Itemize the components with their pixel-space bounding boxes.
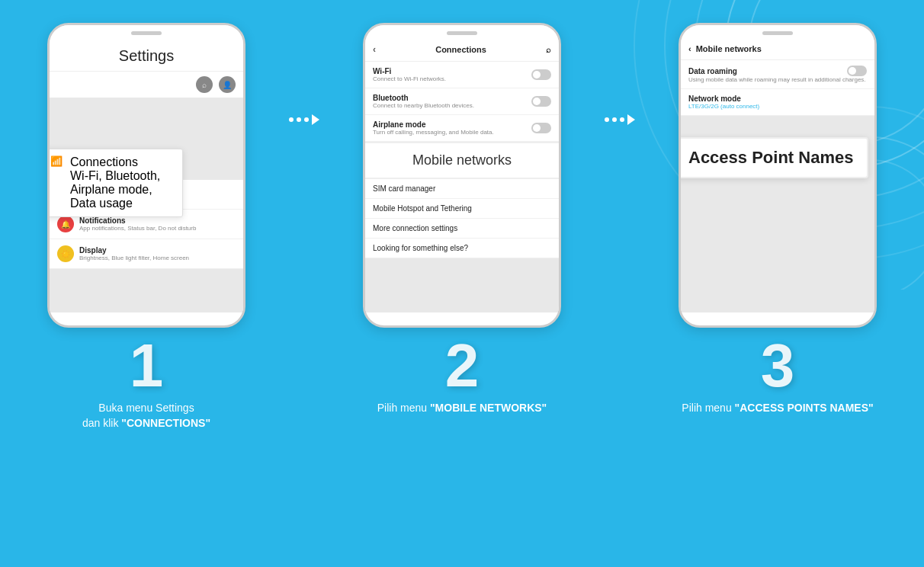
connections-popup[interactable]: 📶 Connections Wi-Fi, Bluetooth, Airplane… xyxy=(50,149,183,217)
dot4 xyxy=(605,117,609,122)
step1-block: Settings ⌕ 👤 📶 Connections Wi-Fi, Blueto… xyxy=(30,23,262,431)
airplane-item[interactable]: Airplane mode Turn off calling, messagin… xyxy=(365,115,559,142)
more-conn-item[interactable]: More connection settings xyxy=(365,219,559,239)
connections-subtitle: Wi-Fi, Bluetooth, Airplane mode, Data us… xyxy=(70,169,175,210)
arrow1 xyxy=(285,114,323,125)
network-mode-sub: LTE/3G/2G (auto connect) xyxy=(688,103,867,110)
phone3-speaker xyxy=(762,31,793,35)
data-roaming-sub: Using mobile data while roaming may resu… xyxy=(688,76,867,83)
wifi-sub: Connect to Wi-Fi networks. xyxy=(373,75,446,82)
airplane-toggle[interactable] xyxy=(531,123,551,133)
step3-header-title: Mobile networks xyxy=(696,44,762,53)
phone2-speaker xyxy=(447,31,477,35)
bluetooth-item[interactable]: Bluetooth Connect to nearby Bluetooth de… xyxy=(365,88,559,115)
step3-block: ‹ Mobile networks Data roaming Using mob… xyxy=(662,23,894,416)
access-point-banner[interactable]: Access Point Names xyxy=(681,137,868,178)
bluetooth-toggle[interactable] xyxy=(531,96,551,107)
sim-item[interactable]: SIM card manager xyxy=(365,179,559,199)
wifi-icon: 📶 xyxy=(50,155,63,167)
settings-search-row: ⌕ 👤 xyxy=(50,72,243,98)
display-sub: Brightness, Blue light filter, Home scre… xyxy=(79,255,189,261)
network-mode-item[interactable]: Network mode LTE/3G/2G (auto connect) xyxy=(681,89,874,116)
network-mode-title: Network mode xyxy=(688,94,867,103)
arrow-head2 xyxy=(627,114,635,125)
dot5 xyxy=(612,117,617,122)
step3-number: 3 xyxy=(761,335,795,396)
display-icon: ☀️ xyxy=(57,245,74,262)
step3-screen-header: ‹ Mobile networks xyxy=(681,38,874,60)
phone2-top xyxy=(365,25,559,38)
arrow2 xyxy=(601,114,639,125)
profile-icon: 👤 xyxy=(219,76,236,93)
back-arrow2: ‹ xyxy=(373,44,376,55)
step1-number: 1 xyxy=(130,335,164,396)
wifi-item[interactable]: Wi-Fi Connect to Wi-Fi networks. xyxy=(365,62,559,88)
airplane-sub: Turn off calling, messaging, and Mobile … xyxy=(373,129,494,136)
dot6 xyxy=(620,117,624,122)
phone3-top xyxy=(681,25,874,38)
mobile-networks-banner[interactable]: Mobile networks xyxy=(365,142,559,179)
looking-item[interactable]: Looking for something else? xyxy=(365,239,559,258)
step2-screen-header: ‹ Connections ⌕ xyxy=(365,38,559,62)
step3-caption: Pilih menu "ACCESS POINTS NAMES" xyxy=(682,401,873,416)
dot3 xyxy=(304,117,309,122)
wifi-toggle[interactable] xyxy=(531,69,551,80)
settings-item-display[interactable]: ☀️ Display Brightness, Blue light filter… xyxy=(50,239,243,269)
bluetooth-title: Bluetooth xyxy=(373,94,474,102)
step1-caption: Buka menu Settings dan klik "CONNECTIONS… xyxy=(82,401,210,431)
step2-header-title: Connections xyxy=(435,45,486,54)
step2-caption: Pilih menu "MOBILE NETWORKS" xyxy=(377,401,547,416)
notifications-sub: App notifications, Status bar, Do not di… xyxy=(79,225,196,232)
search-icon: ⌕ xyxy=(196,76,213,93)
step2-phone: ‹ Connections ⌕ Wi-Fi Connect to Wi-Fi n… xyxy=(363,23,561,328)
connections-title: Connections xyxy=(70,155,175,169)
phone-speaker xyxy=(131,31,162,35)
phone-top xyxy=(50,25,243,38)
hotspot-item[interactable]: Mobile Hotspot and Tethering xyxy=(365,199,559,219)
notifications-title: Notifications xyxy=(79,216,196,225)
step1-phone: Settings ⌕ 👤 📶 Connections Wi-Fi, Blueto… xyxy=(47,23,245,328)
back-arrow3: ‹ xyxy=(688,44,691,53)
arrow-head1 xyxy=(312,114,319,125)
data-roaming-title: Data roaming xyxy=(688,67,737,75)
dot2 xyxy=(297,117,301,122)
step3-screen: ‹ Mobile networks Data roaming Using mob… xyxy=(681,38,874,312)
settings-title: Settings xyxy=(50,38,243,72)
dot1 xyxy=(289,117,294,122)
wifi-title: Wi-Fi xyxy=(373,67,446,75)
bluetooth-sub: Connect to nearby Bluetooth devices. xyxy=(373,102,474,109)
step2-block: ‹ Connections ⌕ Wi-Fi Connect to Wi-Fi n… xyxy=(346,23,578,416)
data-roaming-item[interactable]: Data roaming Using mobile data while roa… xyxy=(681,60,874,89)
notifications-icon: 🔔 xyxy=(57,216,74,232)
data-roaming-toggle[interactable] xyxy=(847,66,867,76)
step2-screen: ‹ Connections ⌕ Wi-Fi Connect to Wi-Fi n… xyxy=(365,38,559,312)
step1-screen: Settings ⌕ 👤 📶 Connections Wi-Fi, Blueto… xyxy=(50,38,243,312)
step2-number: 2 xyxy=(445,335,480,396)
display-title: Display xyxy=(79,246,189,255)
step3-phone: ‹ Mobile networks Data roaming Using mob… xyxy=(679,23,877,328)
search-icon2: ⌕ xyxy=(546,45,551,54)
main-container: Settings ⌕ 👤 📶 Connections Wi-Fi, Blueto… xyxy=(0,0,924,431)
airplane-title: Airplane mode xyxy=(373,120,494,129)
